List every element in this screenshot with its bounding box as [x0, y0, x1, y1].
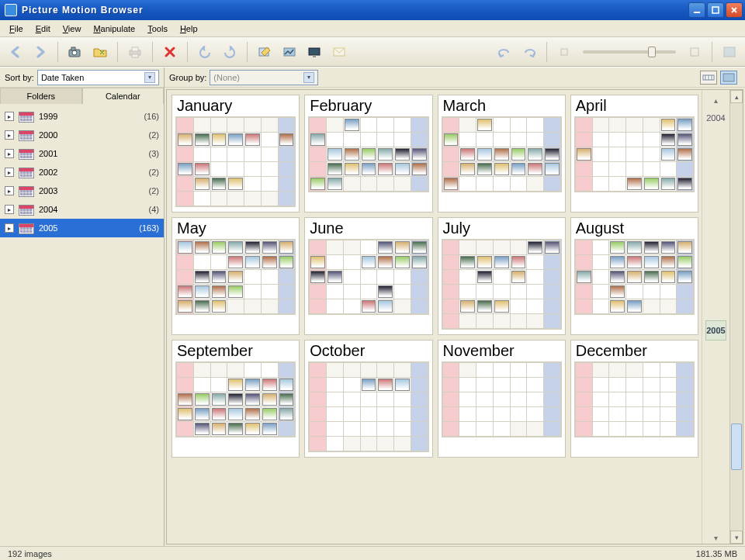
day-cell[interactable]	[227, 285, 244, 299]
email-button[interactable]	[328, 41, 350, 63]
expand-icon[interactable]: ▸	[5, 223, 14, 233]
day-cell[interactable]	[361, 392, 377, 406]
day-cell[interactable]	[527, 147, 543, 161]
day-cell[interactable]	[494, 299, 510, 313]
day-cell[interactable]	[377, 162, 393, 176]
day-cell[interactable]	[544, 363, 560, 377]
photo-thumb[interactable]	[545, 163, 560, 175]
day-cell[interactable]	[344, 147, 360, 161]
photo-thumb[interactable]	[327, 163, 342, 175]
day-cell[interactable]	[643, 407, 660, 421]
photo-thumb[interactable]	[212, 285, 227, 298]
day-cell[interactable]	[443, 378, 459, 392]
day-cell[interactable]	[609, 378, 625, 392]
photo-thumb[interactable]	[627, 256, 642, 268]
photo-thumb[interactable]	[245, 256, 260, 268]
day-cell[interactable]	[394, 255, 411, 269]
day-cell[interactable]	[459, 378, 476, 392]
photo-thumb[interactable]	[661, 241, 676, 254]
day-cell[interactable]	[411, 378, 428, 392]
photo-thumb[interactable]	[327, 271, 342, 283]
day-cell[interactable]	[443, 270, 459, 284]
day-cell[interactable]	[177, 299, 193, 313]
day-cell[interactable]	[327, 270, 343, 284]
day-cell[interactable]	[344, 422, 360, 436]
photo-thumb[interactable]	[412, 148, 427, 161]
day-cell[interactable]	[576, 407, 592, 421]
photo-thumb[interactable]	[279, 241, 294, 254]
day-cell[interactable]	[593, 407, 609, 421]
day-cell[interactable]	[211, 133, 227, 147]
photo-thumb[interactable]	[279, 133, 294, 146]
day-cell[interactable]	[377, 133, 393, 147]
photo-thumb[interactable]	[661, 119, 676, 131]
day-cell[interactable]	[677, 118, 693, 132]
day-cell[interactable]	[476, 118, 493, 132]
day-cell[interactable]	[327, 422, 343, 436]
photo-thumb[interactable]	[610, 285, 625, 298]
day-cell[interactable]	[544, 255, 560, 269]
photo-thumb[interactable]	[262, 379, 277, 391]
redo-button[interactable]	[518, 41, 540, 63]
day-cell[interactable]	[279, 162, 295, 176]
day-cell[interactable]	[262, 133, 278, 147]
day-cell[interactable]	[279, 118, 295, 132]
day-cell[interactable]	[361, 378, 377, 392]
day-cell[interactable]	[511, 162, 527, 176]
zoom-in-button[interactable]	[684, 41, 705, 63]
day-cell[interactable]	[609, 422, 625, 436]
day-cell[interactable]	[476, 392, 493, 406]
photo-thumb[interactable]	[577, 271, 591, 283]
day-cell[interactable]	[244, 177, 261, 191]
day-cell[interactable]	[660, 255, 677, 269]
day-cell[interactable]	[443, 407, 459, 421]
day-cell[interactable]	[626, 407, 643, 421]
photo-thumb[interactable]	[661, 256, 676, 268]
day-cell[interactable]	[262, 363, 278, 377]
day-cell[interactable]	[511, 392, 527, 406]
day-cell[interactable]	[244, 392, 261, 406]
day-cell[interactable]	[626, 285, 643, 299]
photo-thumb[interactable]	[644, 256, 659, 268]
day-cell[interactable]	[327, 437, 343, 451]
day-cell[interactable]	[327, 162, 343, 176]
day-cell[interactable]	[511, 255, 527, 269]
day-cell[interactable]	[177, 285, 193, 299]
day-cell[interactable]	[494, 133, 510, 147]
photo-thumb[interactable]	[677, 119, 692, 131]
day-cell[interactable]	[310, 392, 326, 406]
menu-view[interactable]: View	[57, 22, 88, 35]
day-cell[interactable]	[593, 422, 609, 436]
photo-thumb[interactable]	[378, 148, 393, 161]
day-cell[interactable]	[626, 392, 643, 406]
day-cell[interactable]	[394, 422, 411, 436]
day-cell[interactable]	[494, 378, 510, 392]
scrollbar[interactable]: ▴ ▾	[729, 90, 743, 544]
day-cell[interactable]	[459, 407, 476, 421]
day-cell[interactable]	[660, 285, 677, 299]
day-cell[interactable]	[660, 177, 677, 191]
photo-thumb[interactable]	[310, 271, 325, 283]
expand-icon[interactable]: ▸	[5, 149, 14, 158]
day-cell[interactable]	[310, 177, 326, 191]
day-cell[interactable]	[361, 255, 377, 269]
slideshow-button[interactable]	[303, 41, 325, 63]
photo-thumb[interactable]	[178, 393, 192, 406]
day-cell[interactable]	[544, 392, 560, 406]
day-cell[interactable]	[244, 363, 261, 377]
day-cell[interactable]	[677, 255, 693, 269]
year-row-2003[interactable]: ▸2003(2)	[0, 181, 164, 200]
photo-thumb[interactable]	[511, 256, 526, 268]
scroll-up-button[interactable]: ▴	[730, 90, 743, 103]
photo-thumb[interactable]	[310, 133, 325, 146]
day-cell[interactable]	[494, 255, 510, 269]
day-cell[interactable]	[411, 255, 428, 269]
photo-thumb[interactable]	[610, 300, 625, 313]
photo-thumb[interactable]	[262, 241, 277, 254]
day-cell[interactable]	[660, 363, 677, 377]
day-cell[interactable]	[177, 422, 193, 436]
day-cell[interactable]	[443, 299, 459, 313]
day-cell[interactable]	[527, 133, 543, 147]
month-april[interactable]: April	[570, 95, 698, 213]
day-cell[interactable]	[227, 177, 244, 191]
